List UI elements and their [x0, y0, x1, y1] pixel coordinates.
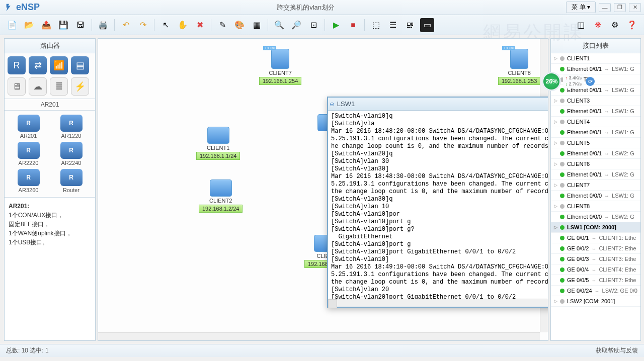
terminal-output[interactable]: [SwitchA-vlan10]q [SwitchA]vla Mar 16 20…	[328, 111, 548, 299]
refresh-icon[interactable]: ⟳	[586, 77, 595, 86]
save-icon[interactable]: 📤	[39, 18, 53, 32]
capture-icon[interactable]: ⬚	[369, 18, 383, 32]
new-icon[interactable]: 📄	[5, 18, 19, 32]
iface-port-row[interactable]: GE 0/0/2 ↔CLIENT2: Ethe	[551, 243, 640, 254]
iface-port-row[interactable]: GE 0/0/5 ↔CLIENT7: Ethe	[551, 275, 640, 286]
iface-device-row[interactable]: ▷ CLIENT1	[551, 53, 640, 64]
iface-port-row[interactable]: Ethernet 0/0/0 ↔LSW2: G	[551, 212, 640, 222]
status-right[interactable]: 获取帮助与反馈	[596, 346, 638, 355]
cli-icon[interactable]: ▭	[420, 18, 434, 32]
iface-port-row[interactable]: GE 0/0/24 ↔LSW2: GE 0/0	[551, 286, 640, 296]
device-item[interactable]: RAR1220	[51, 115, 91, 139]
select-icon[interactable]: ↖	[158, 18, 173, 32]
maximize-button[interactable]: ❐	[614, 3, 626, 12]
cat-pc-icon[interactable]: 🖥	[8, 77, 26, 96]
iface-port-row[interactable]: Ethernet 0/0/0 ↔LSW1: G	[551, 191, 640, 201]
menu-button[interactable]: 菜 单 ▾	[566, 2, 596, 13]
pan-icon[interactable]: ✋	[176, 18, 190, 32]
titlebar: eNSP 跨交换机的vlan划分 菜 单 ▾ — ❐ ✕	[0, 0, 644, 15]
device-item[interactable]: RAR2220	[9, 142, 48, 166]
stop-icon[interactable]: ■	[346, 18, 360, 32]
interface-panel-title: 接口列表	[551, 39, 640, 53]
terminal-window[interactable]: ℮ LSW1 ▭ — ◻ ✕ [SwitchA-vlan10]q [Switch…	[327, 97, 548, 308]
zoom-out-icon[interactable]: 🔎	[289, 18, 303, 32]
device-description: AR201: 1个CON/AUX接口，固定8FE接口，1个WAN侧uplink接…	[5, 198, 95, 340]
huawei-icon[interactable]: ❋	[591, 18, 605, 32]
zoom-fit-icon[interactable]: ⊡	[306, 18, 320, 32]
device-item[interactable]: RAR3260	[9, 169, 48, 193]
iface-port-row[interactable]: GE 0/0/4 ↔CLIENT4: Ethe	[551, 264, 640, 275]
terminal-title: LSW1	[337, 100, 355, 108]
device-panel: 路由器 R ⇄ 📶 ▤ 🖥 ☁ ≣ ⚡ AR201 RAR201 RAR1220…	[4, 38, 96, 341]
iface-device-row[interactable]: ▷ CLIENT4	[551, 117, 640, 127]
terminal-logo-icon: ℮	[330, 100, 334, 108]
list-icon[interactable]: ☰	[386, 18, 400, 32]
text-icon[interactable]: ✎	[215, 18, 229, 32]
save-as-icon[interactable]: 💾	[56, 18, 70, 32]
iface-port-row[interactable]: Ethernet 0/0/1 ↔LSW1: G	[551, 106, 640, 117]
iface-port-row[interactable]: GE 0/0/1 ↔CLIENT1: Ethe	[551, 233, 640, 243]
iface-device-row[interactable]: ▷ CLIENT7	[551, 180, 640, 191]
close-button[interactable]: ✕	[629, 3, 641, 12]
cat-hub-icon[interactable]: ≣	[50, 77, 68, 96]
device-item[interactable]: RAR2240	[51, 142, 91, 166]
iface-device-row[interactable]: ▷ CLIENT8	[551, 201, 640, 212]
terminal-titlebar[interactable]: ℮ LSW1 ▭ — ◻ ✕	[328, 98, 548, 111]
speed-badge: 26% ↑ 3.4K/s ↓ 2.7K/s ⟳	[542, 72, 595, 91]
iface-device-row[interactable]: ▷ CLIENT5	[551, 138, 640, 148]
iface-device-row[interactable]: ▷ LSW2 [COM: 2001]	[551, 296, 640, 307]
topo-node-CLIENT7[interactable]: .COM CLIENT7192.168.1.254	[259, 49, 301, 85]
zoom-in-icon[interactable]: 🔍	[272, 18, 286, 32]
save-all-icon[interactable]: 🖫	[73, 18, 88, 32]
cat-link-icon[interactable]: ⚡	[71, 77, 89, 96]
iface-port-row[interactable]: Ethernet 0/0/1 ↔LSW2: G	[551, 148, 640, 159]
topology-canvas[interactable]: .COM CLIENT7192.168.1.254 .COM CLIENT819…	[98, 38, 548, 341]
device-panel-title: 路由器	[5, 39, 95, 53]
document-title: 跨交换机的vlan划分	[45, 3, 566, 12]
delete-icon[interactable]: ✖	[193, 18, 207, 32]
topo-node-CLIENT8[interactable]: .COM CLIENT8192.168.1.253	[498, 49, 540, 85]
open-icon[interactable]: 📂	[22, 18, 36, 32]
redo-icon[interactable]: ↷	[136, 18, 150, 32]
iface-device-row[interactable]: ▷ CLIENT3	[551, 96, 640, 106]
cat-router-icon[interactable]: R	[8, 56, 26, 74]
cat-firewall-icon[interactable]: ▤	[71, 56, 89, 74]
settings-icon[interactable]: ⚙	[608, 18, 622, 32]
minimize-button[interactable]: —	[599, 3, 611, 12]
cat-switch-icon[interactable]: ⇄	[29, 56, 47, 74]
iface-port-row[interactable]: Ethernet 0/0/1 ↔LSW1: G	[551, 127, 640, 138]
print-icon[interactable]: 🖨️	[96, 18, 110, 32]
device-categories: R ⇄ 📶 ▤ 🖥 ☁ ≣ ⚡	[5, 53, 95, 99]
status-left: 总数: 10 选中: 1	[6, 346, 49, 355]
help-icon[interactable]: ❓	[625, 18, 639, 32]
grid-icon[interactable]: ▦	[250, 18, 264, 32]
undo-icon[interactable]: ↶	[119, 18, 133, 32]
topo-node-CLIENT1[interactable]: CLIENT1192.168.1.1/24	[196, 127, 240, 160]
iface-port-row[interactable]: Ethernet 0/0/1 ↔LSW2: G	[551, 169, 640, 180]
device-subtitle: AR201	[5, 99, 95, 111]
iface-device-row[interactable]: ▷ LSW1 [COM: 2000]	[551, 222, 640, 233]
canvas-scrollbar-h[interactable]	[98, 332, 540, 340]
cat-wlan-icon[interactable]: 📶	[50, 56, 68, 74]
iface-device-row[interactable]: ▷ CLIENT6	[551, 159, 640, 169]
toolbar: 📄 📂 📤 💾 🖫 🖨️ ↶ ↷ ↖ ✋ ✖ ✎ 🎨 ▦ 🔍 🔎 ⊡ ▶ ■ ⬚…	[0, 15, 644, 35]
device-item[interactable]: RRouter	[51, 169, 91, 193]
start-icon[interactable]: ▶	[329, 18, 343, 32]
device-item[interactable]: RAR201	[9, 115, 48, 139]
window-icon[interactable]: ◫	[574, 18, 588, 32]
app-logo: eNSP	[0, 2, 45, 13]
iface-port-row[interactable]: GE 0/0/3 ↔CLIENT3: Ethe	[551, 254, 640, 264]
speed-percent[interactable]: 26%	[542, 72, 561, 91]
topo-node-CLIENT2[interactable]: CLIENT2192.168.1.2/24	[199, 179, 243, 213]
cat-cloud-icon[interactable]: ☁	[29, 77, 47, 96]
palette-icon[interactable]: 🎨	[232, 18, 247, 32]
terminal-scrollbar-h[interactable]	[328, 299, 548, 307]
statusbar: 总数: 10 选中: 1 获取帮助与反馈	[0, 344, 644, 357]
device-icon[interactable]: 🖳	[403, 18, 417, 32]
